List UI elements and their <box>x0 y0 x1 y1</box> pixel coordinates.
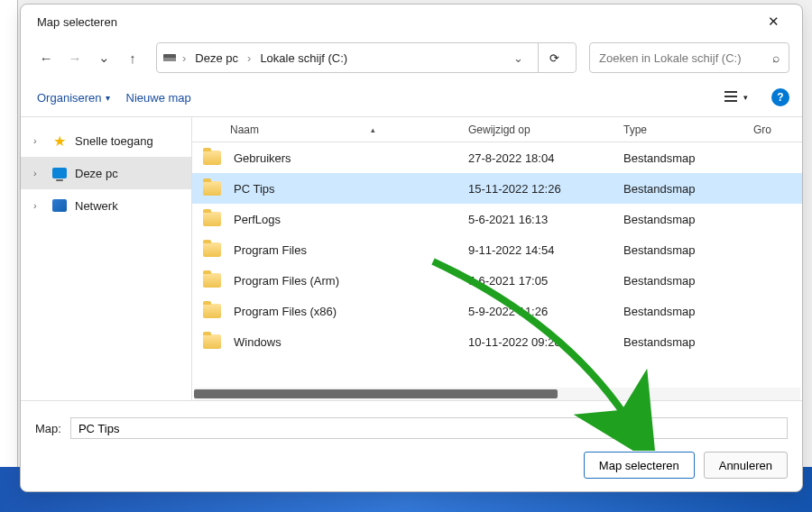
close-icon: ✕ <box>768 14 780 30</box>
file-name: PerfLogs <box>234 213 281 226</box>
refresh-button[interactable]: ⟳ <box>538 42 570 73</box>
file-modified: 9-11-2022 14:54 <box>463 243 618 257</box>
drive-icon <box>162 51 179 64</box>
table-row[interactable]: PerfLogs5-6-2021 16:13Bestandsmap <box>192 204 802 234</box>
column-header-type[interactable]: Type <box>618 123 748 136</box>
scrollbar-thumb[interactable] <box>194 389 558 398</box>
file-type: Bestandsmap <box>618 335 748 349</box>
chevron-down-icon: ▾ <box>106 93 110 103</box>
chevron-right-icon[interactable]: › <box>33 135 44 146</box>
chevron-down-icon: ⌄ <box>98 50 110 66</box>
file-type: Bestandsmap <box>618 213 748 226</box>
sidebar-item-this-pc[interactable]: › Deze pc <box>21 157 191 189</box>
folder-picker-dialog: Map selecteren ✕ ← → ⌄ ↑ › Deze pc › Lok… <box>20 4 803 492</box>
file-type: Bestandsmap <box>618 151 748 165</box>
refresh-icon: ⟳ <box>549 51 559 65</box>
column-header-modified[interactable]: Gewijzigd op <box>463 123 618 136</box>
breadcrumb[interactable]: › Deze pc › Lokale schijf (C:) ⌄ ⟳ <box>156 42 577 73</box>
column-header-name[interactable]: Naam ▴ <box>192 123 463 136</box>
new-folder-button[interactable]: Nieuwe map <box>126 91 191 105</box>
breadcrumb-part[interactable]: Deze pc <box>189 50 244 67</box>
monitor-icon <box>51 165 68 181</box>
sidebar: › ★ Snelle toegang › Deze pc › Netwerk <box>21 117 192 400</box>
sidebar-item-quick-access[interactable]: › ★ Snelle toegang <box>21 124 191 157</box>
chevron-right-icon: › <box>245 51 253 65</box>
folder-icon <box>203 151 221 165</box>
breadcrumb-dropdown[interactable]: ⌄ <box>504 51 532 65</box>
file-type: Bestandsmap <box>618 243 748 257</box>
file-modified: 5-6-2021 17:05 <box>463 274 618 288</box>
arrow-up-icon: ↑ <box>129 50 136 66</box>
cancel-button[interactable]: Annuleren <box>704 452 788 479</box>
svg-rect-1 <box>163 58 176 61</box>
organize-menu[interactable]: Organiseren ▾ <box>37 91 110 105</box>
svg-rect-4 <box>724 100 737 102</box>
file-name: Program Files <box>234 243 307 257</box>
folder-name-input[interactable] <box>70 417 788 439</box>
search-box[interactable]: ⌕ <box>589 42 789 73</box>
column-header-size[interactable]: Gro <box>748 123 802 136</box>
sidebar-item-label: Deze pc <box>75 167 118 180</box>
folder-name-label: Map: <box>35 422 61 435</box>
chevron-right-icon: › <box>180 51 188 65</box>
toolbar: Organiseren ▾ Nieuwe map ▾ ? <box>21 82 802 116</box>
folder-icon <box>203 273 221 288</box>
file-modified: 5-9-2022 11:26 <box>463 305 618 318</box>
table-row[interactable]: Program Files (x86)5-9-2022 11:26Bestand… <box>192 296 802 326</box>
column-headers: Naam ▴ Gewijzigd op Type Gro <box>192 117 802 142</box>
sidebar-item-label: Netwerk <box>75 199 118 213</box>
select-folder-button[interactable]: Map selecteren <box>584 452 695 479</box>
dialog-title: Map selecteren <box>37 15 117 29</box>
view-options-button[interactable]: ▾ <box>723 86 750 109</box>
button-row: Map selecteren Annuleren <box>35 452 788 479</box>
organize-label: Organiseren <box>37 91 102 105</box>
sidebar-item-network[interactable]: › Netwerk <box>21 189 191 222</box>
folder-name-row: Map: <box>35 417 788 439</box>
main-area: › ★ Snelle toegang › Deze pc › Netwerk N… <box>21 116 802 400</box>
search-icon[interactable]: ⌕ <box>772 50 780 65</box>
network-icon <box>51 197 68 214</box>
titlebar: Map selecteren ✕ <box>21 5 802 39</box>
close-button[interactable]: ✕ <box>755 8 791 35</box>
sort-ascending-icon: ▴ <box>371 125 375 134</box>
table-row[interactable]: Program Files (Arm)5-6-2021 17:05Bestand… <box>192 265 802 296</box>
file-modified: 10-11-2022 09:28 <box>463 335 618 349</box>
recent-dropdown[interactable]: ⌄ <box>91 44 116 71</box>
file-name: Windows <box>234 335 281 349</box>
file-name: PC Tips <box>234 182 275 196</box>
chevron-right-icon[interactable]: › <box>33 168 44 178</box>
sidebar-item-label: Snelle toegang <box>75 134 153 148</box>
svg-rect-2 <box>724 91 737 93</box>
folder-icon <box>203 334 221 349</box>
horizontal-scrollbar[interactable] <box>194 388 800 400</box>
footer: Map: Map selecteren Annuleren <box>21 400 802 491</box>
back-button[interactable]: ← <box>33 44 59 71</box>
forward-button[interactable]: → <box>62 44 88 71</box>
folder-icon <box>203 304 221 318</box>
table-row[interactable]: Program Files9-11-2022 14:54Bestandsmap <box>192 234 802 265</box>
folder-icon <box>203 181 221 196</box>
help-button[interactable]: ? <box>771 88 789 106</box>
file-name: Gebruikers <box>234 151 291 165</box>
file-type: Bestandsmap <box>618 305 748 318</box>
up-button[interactable]: ↑ <box>120 44 145 71</box>
search-input[interactable] <box>599 51 767 65</box>
file-area: Naam ▴ Gewijzigd op Type Gro Gebruikers2… <box>192 117 802 400</box>
chevron-right-icon[interactable]: › <box>33 200 44 211</box>
backdrop-window <box>0 0 18 512</box>
file-name: Program Files (x86) <box>234 305 337 318</box>
folder-icon <box>203 212 221 226</box>
file-modified: 27-8-2022 18:04 <box>463 151 618 165</box>
file-type: Bestandsmap <box>618 182 748 196</box>
file-list: Gebruikers27-8-2022 18:04BestandsmapPC T… <box>192 142 802 388</box>
chevron-down-icon: ▾ <box>743 93 748 102</box>
star-icon: ★ <box>51 133 68 149</box>
table-row[interactable]: Gebruikers27-8-2022 18:04Bestandsmap <box>192 142 802 173</box>
table-row[interactable]: Windows10-11-2022 09:28Bestandsmap <box>192 326 802 357</box>
file-type: Bestandsmap <box>618 274 748 288</box>
table-row[interactable]: PC Tips15-11-2022 12:26Bestandsmap <box>192 173 802 204</box>
help-icon: ? <box>777 91 783 104</box>
breadcrumb-part[interactable]: Lokale schijf (C:) <box>254 50 353 67</box>
list-view-icon <box>724 90 741 105</box>
nav-row: ← → ⌄ ↑ › Deze pc › Lokale schijf (C:) ⌄… <box>21 39 802 82</box>
